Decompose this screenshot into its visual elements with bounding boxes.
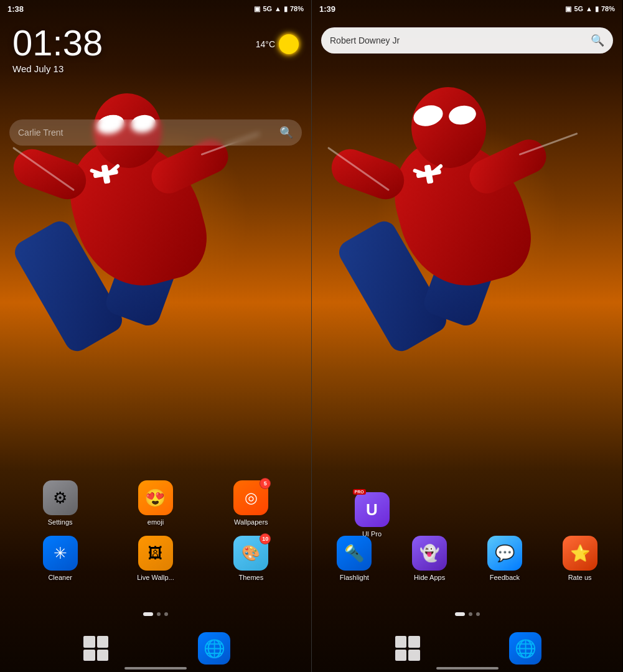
signal-icon: ▲ bbox=[274, 5, 281, 12]
grid-cell-1 bbox=[83, 636, 95, 648]
themes-label: Themes bbox=[238, 574, 263, 581]
rateus-icon: ⭐ bbox=[563, 536, 597, 571]
left-apps-grid-icon[interactable] bbox=[81, 633, 111, 663]
left-app-grid: ⚙ Settings 😍 emoji ◎ 5 Wallpapers bbox=[0, 480, 311, 591]
themes-badge: 10 bbox=[260, 533, 271, 544]
spiderman-left bbox=[0, 62, 311, 423]
right-status-bar: 1:39 ▣ 5G ▲ ▮ 78% bbox=[312, 0, 622, 17]
right-battery-percent: 78% bbox=[601, 5, 615, 12]
right-app-row-2: 🔦 Flashlight 👻 Hide Apps 💬 Feedback ⭐ bbox=[317, 536, 617, 581]
left-status-icons: ▣ 5G ▲ ▮ 78% bbox=[254, 5, 304, 13]
feedback-label: Feedback bbox=[490, 574, 520, 581]
right-grid-cell-2 bbox=[408, 636, 420, 648]
right-battery-icon: ▮ bbox=[595, 5, 599, 13]
clock-date: Wed July 13 bbox=[12, 63, 103, 74]
app-livewallp[interactable]: 🖼 Live Wallp... bbox=[133, 536, 178, 581]
left-phone-screen: 1:38 ▣ 5G ▲ ▮ 78% 01:38 Wed July 13 14°C… bbox=[0, 0, 311, 672]
flashlight-label: Flashlight bbox=[340, 574, 369, 581]
right-phone-screen: 1:39 ▣ 5G ▲ ▮ 78% 🔍 U PRO UI Pro bbox=[311, 0, 622, 672]
battery-percent-left: 78% bbox=[290, 5, 304, 12]
hideapps-label: Hide Apps bbox=[414, 574, 445, 581]
left-bottom-dock: 🌐 bbox=[0, 632, 311, 665]
left-home-indicator[interactable] bbox=[124, 667, 187, 670]
grid-cell-4 bbox=[97, 650, 109, 661]
app-emoji[interactable]: 😍 emoji bbox=[133, 480, 178, 526]
rateus-label: Rate us bbox=[568, 574, 592, 581]
themes-icon: 🎨 10 bbox=[233, 536, 268, 571]
right-search-button[interactable]: 🔍 bbox=[591, 34, 604, 47]
app-settings[interactable]: ⚙ Settings bbox=[38, 480, 83, 526]
wallpapers-badge: 5 bbox=[260, 478, 271, 489]
right-home-indicator[interactable] bbox=[436, 667, 499, 670]
livewallp-label: Live Wallp... bbox=[137, 574, 174, 581]
emoji-label: emoji bbox=[148, 518, 164, 526]
app-hideapps[interactable]: 👻 Hide Apps bbox=[407, 536, 452, 581]
app-rateus[interactable]: ⭐ Rate us bbox=[558, 536, 602, 581]
right-apps-grid-icon[interactable] bbox=[393, 633, 423, 663]
clock-time: 01:38 bbox=[12, 25, 103, 61]
dot-1-active bbox=[143, 612, 153, 616]
right-app-row-1: U PRO UI Pro bbox=[324, 492, 610, 538]
left-status-bar: 1:38 ▣ 5G ▲ ▮ 78% bbox=[0, 0, 311, 17]
weather-widget: 14°C bbox=[256, 34, 299, 54]
app-wallpapers[interactable]: ◎ 5 Wallpapers bbox=[228, 480, 273, 526]
sim-icon: ▣ bbox=[254, 5, 260, 13]
right-bottom-dock: 🌐 bbox=[312, 632, 622, 665]
left-app-row-2: ✳ Cleaner 🖼 Live Wallp... 🎨 10 Themes bbox=[12, 536, 299, 581]
uipro-icon: U PRO bbox=[355, 492, 390, 527]
emoji-icon: 😍 bbox=[138, 480, 173, 515]
right-grid-cell-3 bbox=[395, 650, 407, 661]
left-status-time: 1:38 bbox=[7, 4, 24, 14]
right-grid-cell-1 bbox=[395, 636, 407, 648]
livewallp-icon: 🖼 bbox=[138, 536, 173, 571]
right-grid-cell-4 bbox=[408, 650, 420, 661]
hideapps-icon: 👻 bbox=[412, 536, 447, 571]
right-dot-1-active bbox=[455, 612, 465, 616]
feedback-icon: 💬 bbox=[487, 536, 522, 571]
right-status-icons: ▣ 5G ▲ ▮ 78% bbox=[565, 5, 615, 13]
right-sim-icon: ▣ bbox=[565, 5, 571, 13]
app-cleaner[interactable]: ✳ Cleaner bbox=[38, 536, 83, 581]
settings-icon: ⚙ bbox=[43, 480, 78, 515]
spiderman-right bbox=[312, 62, 622, 423]
right-page-dots bbox=[312, 612, 622, 616]
right-network-label: 5G bbox=[574, 5, 583, 12]
pro-badge: PRO bbox=[353, 489, 366, 495]
left-search-button[interactable]: 🔍 bbox=[279, 126, 293, 139]
sun-icon bbox=[279, 34, 299, 54]
left-browser-icon[interactable]: 🌐 bbox=[198, 632, 230, 665]
dot-3 bbox=[164, 612, 168, 616]
network-label: 5G bbox=[263, 5, 272, 12]
right-search-input[interactable] bbox=[330, 35, 591, 45]
battery-icon-left: ▮ bbox=[284, 5, 288, 13]
wallpapers-icon: ◎ 5 bbox=[233, 480, 268, 515]
left-page-dots bbox=[0, 612, 311, 616]
right-dot-3 bbox=[476, 612, 480, 616]
right-app-grid-row2: 🔦 Flashlight 👻 Hide Apps 💬 Feedback ⭐ bbox=[312, 536, 622, 591]
right-search-bar[interactable]: 🔍 bbox=[321, 27, 613, 54]
app-flashlight[interactable]: 🔦 Flashlight bbox=[332, 536, 377, 581]
app-themes[interactable]: 🎨 10 Themes bbox=[228, 536, 273, 581]
temperature: 14°C bbox=[256, 39, 275, 49]
grid-cell-3 bbox=[83, 650, 95, 661]
right-browser-icon[interactable]: 🌐 bbox=[509, 632, 541, 665]
right-signal-icon: ▲ bbox=[586, 5, 593, 12]
left-app-row-1: ⚙ Settings 😍 emoji ◎ 5 Wallpapers bbox=[12, 480, 299, 526]
app-feedback[interactable]: 💬 Feedback bbox=[482, 536, 527, 581]
wallpapers-label: Wallpapers bbox=[234, 518, 268, 526]
right-dot-2 bbox=[469, 612, 472, 616]
left-search-bar[interactable]: 🔍 bbox=[9, 119, 302, 146]
flashlight-icon: 🔦 bbox=[337, 536, 372, 571]
dot-2 bbox=[157, 612, 161, 616]
grid-cell-2 bbox=[97, 636, 109, 648]
clock-widget: 01:38 Wed July 13 bbox=[12, 25, 103, 74]
app-uipro[interactable]: U PRO UI Pro bbox=[350, 492, 395, 538]
left-search-input[interactable] bbox=[18, 128, 279, 138]
settings-label: Settings bbox=[48, 518, 73, 526]
right-status-time: 1:39 bbox=[319, 4, 335, 14]
cleaner-icon: ✳ bbox=[43, 536, 78, 571]
cleaner-label: Cleaner bbox=[48, 574, 72, 581]
